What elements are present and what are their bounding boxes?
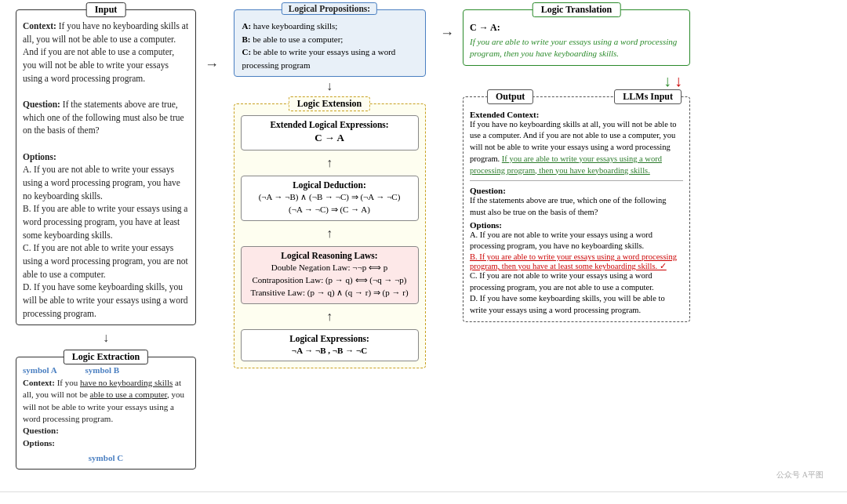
translation-label: Logic Translation [533,2,621,17]
input-content: Context: If you have no keyboarding skil… [23,20,189,320]
law-double-neg: Double Negation Law: ¬¬p ⟺ p [248,262,412,274]
translation-box: Logic Translation C → A: If you are able… [463,9,690,66]
out-option-c: C. If you are not able to write your ess… [470,270,683,293]
reasoning-laws-title: Logical Reasoning Laws: [248,251,412,260]
logical-expressions-content: ¬A → ¬B , ¬B → ¬C [248,345,412,357]
logical-expressions-title: Logical Expressions: [248,334,412,343]
caption-area: Figure 2: The framework of LoT consistin… [0,491,847,504]
prop-c-text: be able to write your essays using a wor… [242,47,396,70]
deduction-line1: (¬A → ¬B) ∧ (¬B → ¬C) ⇒ (¬A → ¬C) [248,191,412,204]
connector-arrow-1: → [204,9,220,73]
down-arrow-3: ↑ [241,157,419,169]
out-question-title: Question: [470,186,683,195]
extended-green-text: If you are able to write your essays usi… [470,154,662,175]
prop-a-label: A: [242,21,252,31]
context-label: Context: [23,21,56,31]
out-question-text: If the statements above are true, which … [470,195,683,218]
prop-a-text: have keyboarding skills; [253,21,338,31]
watermark: 公众号 A平图 [16,470,831,480]
option-d: D. If you have some keyboarding skills, … [23,282,187,317]
extraction-options-label: Options: [23,438,55,448]
propositions-box: Logical Propositions: A: have keyboardin… [234,9,426,77]
prop-b-text: be able to use a computer; [253,34,343,44]
out-divider [470,180,683,181]
law-transitive: Transitive Law: (p → q) ∧ (q → r) ⇒ (p →… [248,287,412,299]
left-column: Input Context: If you have no keyboardin… [16,9,196,470]
output-label: Output [487,89,533,104]
extended-expressions-title: Extended Logical Expressions: [248,120,412,129]
deduction-line2: (¬A → ¬C) ⇒ (C → A) [248,204,412,216]
output-question-section: Question: If the statements above are tr… [470,186,683,317]
extended-expressions-content: C → A [248,131,412,146]
diagram-row: Input Context: If you have no keyboardin… [16,9,831,470]
out-option-b: B. If you are able to write your essays … [470,252,683,270]
down-arrow-2: ↓ [326,80,333,92]
reasoning-laws-box: Logical Reasoning Laws: Double Negation … [241,246,419,304]
propositions-content: A: have keyboarding skills; B: be able t… [242,20,417,71]
propositions-label: Logical Propositions: [282,2,377,15]
translation-result-text: If you are able to write your essays usi… [470,36,683,60]
options-label: Options: [23,152,56,161]
logical-expressions-box: Logical Expressions: ¬A → ¬B , ¬B → ¬C [241,329,419,362]
input-label: Input [86,2,126,17]
extended-context-title: Extended Context: [470,110,683,119]
down-arrow-1: ↓ [16,332,196,344]
translation-formula: C → A: [470,21,500,34]
option-b: B. If you are able to write your essays … [23,204,187,239]
output-area: Output LLMs Input Extended Context: If y… [463,96,690,322]
extraction-question-label: Question: [23,426,59,435]
symbol-b-label: symbol B [85,365,119,375]
logic-extension-box: Logic Extension Extended Logical Express… [234,103,426,368]
extended-expressions-box: Extended Logical Expressions: C → A [241,115,419,150]
extraction-context-label: Context: [23,378,55,387]
prop-c-label: C: [242,47,252,56]
logical-deduction-box: Logical Deduction: (¬A → ¬B) ∧ (¬B → ¬C)… [241,176,419,221]
down-arrow-5: ↑ [241,310,419,323]
input-box: Input Context: If you have no keyboardin… [16,9,196,325]
out-options-title: Options: [470,220,683,230]
option-c: C. If you are not able to write your ess… [23,243,188,278]
logical-deduction-title: Logical Deduction: [248,180,412,190]
extraction-box: Logic Extraction symbol A symbol B Conte… [16,357,196,469]
extended-context-text: If you have no keyboarding skills at all… [470,119,683,176]
logic-extension-label: Logic Extension [289,96,370,111]
translation-formula-text: C → A: [470,22,500,33]
green-down-arrow: ↓ [663,72,671,90]
extended-context-section: Extended Context: If you have no keyboar… [470,110,683,176]
connector-arrow-2: → [439,9,455,42]
right-column: Logic Translation C → A: If you are able… [463,9,690,322]
extraction-content: symbol A symbol B Context: If you have n… [23,364,189,464]
llms-label: LLMs Input [614,89,682,104]
extraction-label: Logic Extraction [64,350,148,364]
diagram-area: Input Context: If you have no keyboardin… [0,0,847,487]
law-contraposition: Contraposition Law: (p → q) ⟺ (¬q → ¬p) [248,274,412,287]
symbol-c-label: symbol C [89,453,123,462]
middle-column: Logical Propositions: A: have keyboardin… [227,9,431,368]
prop-b-label: B: [242,34,251,44]
down-arrow-4: ↑ [241,227,419,240]
symbol-a-label: symbol A [23,365,57,375]
red-down-arrow: ↓ [674,72,682,90]
colored-arrows: ↓ ↓ [463,72,690,90]
option-a: A. If you are not able to write your ess… [23,165,180,200]
out-option-d: D. If you have some keyboarding skills, … [470,293,683,316]
out-option-a: A. If you are not able to write your ess… [470,230,683,252]
question-label: Question: [23,100,60,109]
